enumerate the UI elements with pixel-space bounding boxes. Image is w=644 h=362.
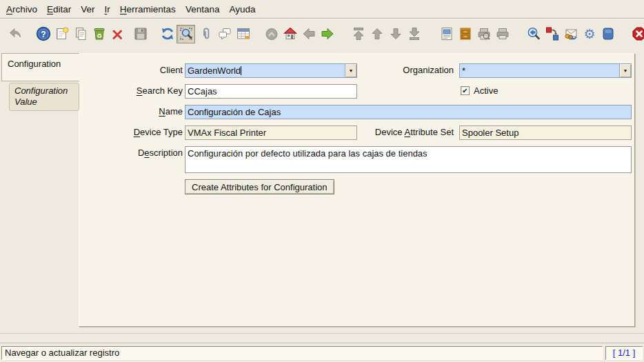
requery-button[interactable] — [158, 25, 177, 43]
name-field[interactable]: Configuración de Cajas — [185, 105, 632, 119]
print-preview-button[interactable] — [474, 25, 493, 43]
device-attribute-set-field[interactable]: Spooler Setup — [459, 125, 632, 140]
print-button[interactable] — [493, 25, 512, 43]
menu-herramientas[interactable]: Herramientas — [115, 1, 181, 17]
copy-record-icon — [72, 26, 89, 42]
help-button[interactable]: ? — [34, 25, 52, 43]
device-attribute-set-label: Device Attribute Set — [353, 125, 454, 139]
menu-ayuda[interactable]: Ayuda — [224, 1, 260, 17]
tab-configuration-value[interactable]: Configuration Value — [9, 83, 79, 111]
delete-selection-button[interactable] — [108, 25, 127, 43]
tab-configuration-label: Configuration — [8, 59, 61, 69]
home-button[interactable] — [281, 25, 299, 43]
active-checkbox[interactable] — [461, 86, 470, 95]
parent-record-button[interactable] — [262, 25, 281, 43]
svg-text:♻: ♻ — [96, 32, 101, 39]
tab-content-panel: Client GardenWorld Organization * Search… — [79, 53, 635, 327]
report-button[interactable] — [437, 25, 456, 43]
help-icon: ? — [35, 26, 52, 42]
save-icon — [132, 26, 149, 42]
menu-editar[interactable]: Editar — [42, 1, 76, 17]
status-message: Navegar o actualizar registro — [1, 346, 603, 360]
grid-toggle-icon — [235, 26, 252, 42]
svg-text:⚙: ⚙ — [583, 27, 595, 41]
archive-button[interactable] — [456, 25, 474, 43]
menu-bar: Archivo Editar Ver Ir Herramientas Venta… — [0, 0, 644, 19]
description-label: Description — [79, 146, 183, 160]
search-key-label: Search Key — [79, 84, 183, 98]
print-preview-icon — [476, 26, 492, 42]
search-key-value: CCajas — [188, 86, 217, 97]
requests-button[interactable] — [561, 25, 580, 43]
last-record-button[interactable] — [405, 25, 423, 43]
next-record-icon — [388, 26, 404, 42]
svg-text:?: ? — [41, 30, 46, 39]
previous-record-icon — [369, 26, 385, 42]
preferences-button[interactable]: ⚙ — [580, 25, 598, 43]
menu-ir[interactable]: Ir — [100, 1, 115, 17]
workflow-button[interactable] — [543, 25, 561, 43]
menu-ver[interactable]: Ver — [76, 1, 99, 17]
product-info-icon — [600, 26, 616, 42]
chat-icon — [217, 26, 233, 42]
requery-icon — [159, 26, 176, 42]
previous-record-button[interactable] — [368, 25, 386, 43]
client-combo[interactable]: GardenWorld — [185, 63, 357, 78]
print-icon — [494, 26, 511, 42]
description-field[interactable]: Configuración por defecto utilizada para… — [185, 146, 632, 173]
attachment-button[interactable] — [197, 25, 215, 43]
last-record-icon — [406, 26, 423, 42]
menu-ventana[interactable]: Ventana — [181, 1, 225, 17]
tab-configuration-value-label: Configuration Value — [14, 86, 68, 107]
device-type-field[interactable]: VMAx Fiscal Printer — [185, 125, 357, 140]
first-record-icon — [350, 26, 367, 42]
record-indicator: [ 1/1 ] — [605, 346, 643, 360]
save-button[interactable] — [131, 25, 150, 43]
chat-button[interactable] — [215, 25, 234, 43]
toolbar: ? ♻ ⚙ — [0, 19, 644, 48]
back-button[interactable] — [299, 25, 318, 43]
text-caret — [241, 66, 241, 75]
device-type-label: Device Type — [79, 125, 183, 139]
attachment-icon — [198, 26, 214, 42]
product-info-button[interactable] — [598, 25, 617, 43]
delete-record-button[interactable]: ♻ — [90, 25, 108, 43]
delete-selection-icon — [110, 26, 126, 42]
name-value: Configuración de Cajas — [188, 107, 281, 117]
next-record-button[interactable] — [386, 25, 405, 43]
archive-icon — [457, 26, 474, 42]
forward-icon — [319, 26, 336, 42]
parent-record-icon — [263, 26, 280, 42]
create-attributes-button[interactable]: Create Attributes for Configuration — [185, 179, 334, 194]
organization-dropdown-arrow-icon[interactable] — [619, 64, 631, 77]
organization-value: * — [462, 66, 465, 76]
delete-record-icon: ♻ — [91, 26, 108, 42]
zoom-across-icon — [525, 26, 542, 42]
tab-configuration[interactable]: Configuration — [1, 53, 79, 81]
find-icon — [178, 26, 194, 42]
description-value: Configuración por defecto utilizada para… — [188, 148, 427, 159]
zoom-across-button[interactable] — [524, 25, 543, 43]
workflow-icon — [544, 26, 561, 42]
exit-button[interactable] — [630, 25, 644, 43]
new-record-icon — [54, 26, 70, 42]
undo-icon — [7, 26, 23, 42]
search-key-field[interactable]: CCajas — [185, 84, 357, 99]
active-label: Active — [474, 84, 498, 98]
client-label: Client — [79, 63, 183, 77]
new-record-button[interactable] — [52, 25, 71, 43]
undo-button[interactable] — [6, 25, 24, 43]
back-icon — [301, 26, 317, 42]
first-record-button[interactable] — [349, 25, 368, 43]
find-button[interactable] — [177, 25, 195, 43]
forward-button[interactable] — [318, 25, 336, 43]
copy-record-button[interactable] — [71, 25, 90, 43]
client-value: GardenWorld — [188, 66, 241, 76]
menu-archivo[interactable]: Archivo — [1, 1, 42, 17]
organization-combo[interactable]: * — [459, 63, 632, 78]
app-window: Archivo Editar Ver Ir Herramientas Venta… — [0, 0, 644, 362]
home-icon — [282, 26, 299, 42]
name-label: Name — [79, 105, 183, 119]
device-type-value: VMAx Fiscal Printer — [188, 128, 266, 138]
grid-toggle-button[interactable] — [234, 25, 252, 43]
